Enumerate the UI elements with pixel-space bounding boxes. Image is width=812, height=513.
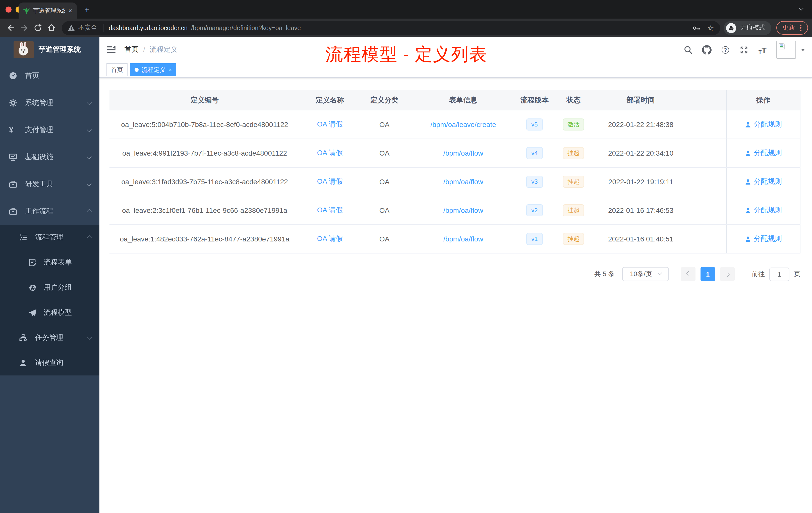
sidebar: 芋道管理系统 首页 系统管理 ¥ 支付管理 bbox=[0, 37, 99, 513]
url-path: /bpm/manager/definition?key=oa_leave bbox=[191, 24, 689, 31]
form-link[interactable]: /bpm/oa/flow bbox=[443, 149, 483, 157]
page-jump-input[interactable] bbox=[769, 267, 789, 281]
breadcrumb-home[interactable]: 首页 bbox=[124, 45, 139, 54]
sidebar-logo[interactable]: 芋道管理系统 bbox=[0, 37, 99, 62]
github-icon[interactable] bbox=[702, 45, 712, 55]
assign-rule-button[interactable]: 分配规则 bbox=[745, 206, 782, 215]
current-page-button[interactable]: 1 bbox=[700, 267, 715, 281]
sidebar-item-label: 流程模型 bbox=[44, 308, 72, 317]
next-page-button[interactable] bbox=[720, 267, 735, 281]
definition-category: OA bbox=[360, 178, 409, 186]
org-tree-icon bbox=[19, 334, 27, 342]
font-size-icon[interactable] bbox=[758, 45, 767, 55]
url-bar[interactable]: 不安全 dashboard.yudao.iocoder.cn /bpm/mana… bbox=[62, 21, 720, 35]
browser-update-button[interactable]: 更新 bbox=[776, 21, 808, 35]
browser-toolbar: 不安全 dashboard.yudao.iocoder.cn /bpm/mana… bbox=[0, 19, 812, 37]
assign-rule-button[interactable]: 分配规则 bbox=[745, 234, 782, 243]
tab-search-chevron-icon[interactable] bbox=[799, 5, 804, 10]
sidebar-item-process-mgmt[interactable]: 流程管理 bbox=[0, 225, 99, 250]
pagination-total: 共 5 条 bbox=[594, 270, 615, 279]
sidebar-item-label: 用户分组 bbox=[44, 283, 72, 292]
incognito-icon bbox=[726, 23, 736, 33]
sidebar-item-user-group[interactable]: 用户分组 bbox=[0, 275, 99, 300]
paper-plane-icon bbox=[29, 309, 37, 317]
sidebar-item-leave-query[interactable]: 请假查询 bbox=[0, 350, 99, 375]
assign-rule-label: 分配规则 bbox=[754, 206, 782, 215]
forward-button[interactable] bbox=[18, 21, 31, 35]
form-link[interactable]: /bpm/oa/flow bbox=[443, 206, 483, 214]
sidebar-item-process-form[interactable]: 流程表单 bbox=[0, 250, 99, 275]
home-button[interactable] bbox=[45, 21, 58, 35]
sidebar-item-workflow[interactable]: 工作流程 bbox=[0, 198, 99, 225]
screen: 芋道管理系统 不安全 dashboard.yudao.iocoder.cn /b… bbox=[0, 0, 812, 513]
deploy-time: 2022-01-16 17:46:53 bbox=[596, 206, 686, 214]
security-label[interactable]: 不安全 bbox=[78, 24, 97, 32]
sidebar-item-label: 研发工具 bbox=[25, 180, 53, 189]
tag-home[interactable]: 首页 bbox=[107, 63, 127, 76]
definition-name-link[interactable]: OA 请假 bbox=[317, 206, 343, 214]
sidebar-item-label: 任务管理 bbox=[35, 333, 63, 342]
chevron-up-icon bbox=[87, 209, 92, 214]
form-link[interactable]: /bpm/oa/flow bbox=[443, 178, 483, 186]
version-badge: v4 bbox=[526, 147, 543, 159]
page-size-select[interactable]: 10条/页 bbox=[622, 267, 669, 281]
chevron-down-icon bbox=[87, 100, 92, 105]
tab-close-icon[interactable] bbox=[68, 7, 72, 14]
form-link[interactable]: /bpm/oa/leave/create bbox=[430, 120, 496, 128]
column-header: 状态 bbox=[551, 96, 596, 105]
sidebar-item-infra[interactable]: 基础设施 bbox=[0, 144, 99, 171]
definition-name-link[interactable]: OA 请假 bbox=[317, 149, 343, 157]
definition-id: oa_leave:2:3c1f0ef1-76b1-11ec-9c66-a2380… bbox=[110, 206, 300, 214]
url-bar-actions bbox=[692, 24, 714, 32]
definition-name-link[interactable]: OA 请假 bbox=[317, 234, 343, 242]
assign-rule-button[interactable]: 分配规则 bbox=[745, 149, 782, 158]
bookmark-star-icon[interactable] bbox=[707, 24, 714, 32]
fullscreen-icon[interactable] bbox=[739, 45, 749, 55]
chevron-down-icon bbox=[87, 181, 92, 186]
browser-tab[interactable]: 芋道管理系统 bbox=[19, 2, 77, 19]
table-row: oa_leave:5:004b710b-7b8a-11ec-8ef0-acde4… bbox=[110, 111, 801, 139]
sidebar-item-task-mgmt[interactable]: 任务管理 bbox=[0, 325, 99, 350]
sidebar-item-label: 工作流程 bbox=[25, 207, 53, 216]
chevron-down-icon bbox=[87, 154, 92, 159]
security-warning-icon[interactable] bbox=[68, 25, 75, 31]
seedling-favicon-icon bbox=[23, 7, 30, 14]
definition-name-link[interactable]: OA 请假 bbox=[317, 177, 343, 185]
form-link[interactable]: /bpm/oa/flow bbox=[443, 235, 483, 243]
chevron-down-icon bbox=[658, 271, 662, 275]
search-icon[interactable] bbox=[684, 45, 693, 55]
tag-label: 流程定义 bbox=[142, 65, 166, 74]
sidebar-item-devtools[interactable]: 研发工具 bbox=[0, 171, 99, 198]
monitor-icon bbox=[9, 153, 17, 161]
assign-rule-button[interactable]: 分配规则 bbox=[745, 177, 782, 186]
definition-name-link[interactable]: OA 请假 bbox=[317, 120, 343, 128]
back-button[interactable] bbox=[4, 21, 18, 35]
new-tab-button[interactable] bbox=[80, 3, 93, 17]
dashboard-icon bbox=[9, 72, 17, 80]
jump-prefix: 前往 bbox=[752, 270, 765, 279]
sidebar-item-process-model[interactable]: 流程模型 bbox=[0, 300, 99, 325]
browser-menu-dots-icon[interactable] bbox=[800, 27, 802, 29]
yen-icon: ¥ bbox=[9, 126, 17, 134]
sidebar-item-label: 支付管理 bbox=[25, 125, 53, 134]
deploy-time: 2022-01-16 01:40:51 bbox=[596, 235, 686, 243]
window-close-button[interactable] bbox=[5, 6, 11, 12]
table-row: oa_leave:2:3c1f0ef1-76b1-11ec-9c66-a2380… bbox=[110, 196, 801, 225]
tag-close-icon[interactable] bbox=[169, 67, 172, 72]
column-header: 表单信息 bbox=[409, 96, 518, 105]
sidebar-item-home[interactable]: 首页 bbox=[0, 62, 99, 89]
sidebar-item-system[interactable]: 系统管理 bbox=[0, 89, 99, 117]
tag-process-definition[interactable]: 流程定义 bbox=[130, 63, 176, 76]
assign-rule-button[interactable]: 分配规则 bbox=[745, 120, 782, 129]
passwords-key-icon[interactable] bbox=[692, 24, 700, 32]
sidebar-item-pay[interactable]: ¥ 支付管理 bbox=[0, 117, 99, 144]
version-badge: v5 bbox=[526, 118, 543, 131]
definition-category: OA bbox=[360, 120, 409, 128]
docs-question-icon[interactable] bbox=[721, 45, 730, 55]
pagination: 共 5 条 10条/页 1 前往 页 bbox=[110, 267, 801, 281]
prev-page-button[interactable] bbox=[681, 267, 696, 281]
sidebar-collapse-icon[interactable] bbox=[106, 44, 116, 55]
sidebar-item-label: 系统管理 bbox=[25, 98, 53, 108]
user-avatar-menu[interactable] bbox=[776, 41, 805, 59]
reload-button[interactable] bbox=[31, 21, 45, 35]
